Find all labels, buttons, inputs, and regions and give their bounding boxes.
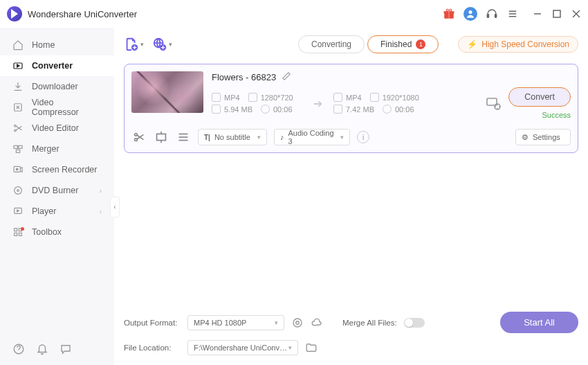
dropdown-value: MP4 HD 1080P <box>194 319 246 327</box>
sidebar-item-merger[interactable]: Merger <box>0 139 114 159</box>
chevron-down-icon: ▾ <box>340 134 344 141</box>
svg-rect-31 <box>15 233 17 235</box>
home-icon <box>12 39 24 51</box>
gift-icon[interactable] <box>443 8 455 20</box>
crop-icon[interactable] <box>154 130 169 145</box>
sidebar-item-editor[interactable]: Video Editor <box>0 118 114 139</box>
cloud-icon[interactable] <box>311 317 323 329</box>
sidebar-item-converter[interactable]: Converter <box>0 55 114 76</box>
sidebar-collapse-handle[interactable]: ‹ <box>110 197 120 217</box>
minimize-button[interactable] <box>533 9 542 19</box>
sidebar-item-compressor[interactable]: Video Compressor <box>0 97 114 118</box>
button-label: Settings <box>533 133 560 141</box>
app-title: Wondershare UniConverter <box>28 9 137 19</box>
dropdown-value: F:\Wondershare UniConverter <box>194 344 288 352</box>
gear-icon: ⚙ <box>522 133 529 142</box>
svg-point-3 <box>446 9 448 11</box>
tab-badge: 1 <box>416 39 425 49</box>
output-format-dropdown[interactable]: MP4 HD 1080P ▾ <box>187 315 284 330</box>
sidebar-item-label: Merger <box>32 144 59 154</box>
folder-open-icon[interactable] <box>305 341 318 354</box>
tab-label: Finished <box>380 39 412 49</box>
merger-icon <box>12 143 24 154</box>
svg-marker-16 <box>17 64 19 67</box>
svg-point-39 <box>135 134 138 136</box>
sidebar-item-label: Player <box>32 206 56 216</box>
app-logo <box>7 6 22 21</box>
sidebar-item-dvd[interactable]: DVD Burner › <box>0 180 114 201</box>
svg-rect-29 <box>15 229 17 231</box>
sidebar-item-label: Home <box>32 40 55 50</box>
chevron-right-icon: › <box>100 187 102 195</box>
svg-point-46 <box>296 321 300 324</box>
sidebar-item-downloader[interactable]: Downloader <box>0 76 114 97</box>
svg-rect-21 <box>19 145 22 148</box>
svg-point-25 <box>15 187 22 195</box>
headset-icon[interactable] <box>486 8 498 20</box>
user-avatar-icon[interactable] <box>463 7 477 21</box>
spec-value: 1280*720 <box>261 94 293 102</box>
dropdown-value: Audio Coding 3 <box>288 129 337 145</box>
svg-rect-41 <box>157 134 166 140</box>
sidebar-item-toolbox[interactable]: Toolbox <box>0 222 114 242</box>
svg-rect-12 <box>553 10 560 17</box>
video-thumbnail[interactable] <box>131 71 203 113</box>
size-icon <box>333 105 342 114</box>
close-button[interactable] <box>571 9 581 19</box>
spec-value: 7.42 MB <box>346 105 374 114</box>
svg-point-19 <box>15 130 17 132</box>
audio-dropdown[interactable]: ♪ Audio Coding 3 ▾ <box>274 129 350 145</box>
file-location-label: File Location: <box>124 344 181 352</box>
trim-icon[interactable] <box>131 130 147 145</box>
file-location-dropdown[interactable]: F:\Wondershare UniConverter ▾ <box>187 340 298 355</box>
help-icon[interactable] <box>12 343 25 355</box>
add-url-button[interactable]: ▾ <box>152 37 172 52</box>
tab-converting[interactable]: Converting <box>298 35 365 53</box>
svg-rect-22 <box>16 150 19 152</box>
spec-value: 00:06 <box>395 105 414 114</box>
feedback-icon[interactable] <box>59 343 72 355</box>
duration-icon <box>383 105 392 114</box>
duration-icon <box>261 105 270 114</box>
subtitle-dropdown[interactable]: T| No subtitle ▾ <box>198 129 267 145</box>
download-icon <box>12 81 24 92</box>
chevron-down-icon: ▾ <box>257 134 261 141</box>
arrow-right-icon: ➔ <box>307 97 328 110</box>
sidebar-item-home[interactable]: Home <box>0 35 114 55</box>
settings-button[interactable]: ⚙ Settings <box>515 129 571 145</box>
hardware-accel-icon[interactable] <box>291 317 304 329</box>
menu-icon[interactable] <box>506 8 519 20</box>
output-settings-icon[interactable] <box>485 95 502 112</box>
high-speed-conversion-button[interactable]: ⚡ High Speed Conversion <box>458 36 578 53</box>
svg-point-40 <box>135 139 138 141</box>
tab-finished[interactable]: Finished 1 <box>367 35 439 53</box>
sidebar: Home Converter Downloader Video Compress… <box>0 28 114 365</box>
size-icon <box>212 105 221 114</box>
scissors-icon <box>12 123 24 134</box>
convert-button[interactable]: Convert <box>508 87 571 107</box>
audio-icon: ♪ <box>280 133 284 141</box>
chevron-down-icon: ▾ <box>169 41 172 48</box>
chevron-down-icon: ▾ <box>275 319 278 326</box>
merge-toggle[interactable] <box>404 318 425 328</box>
format-icon <box>333 93 342 102</box>
converter-icon <box>12 60 24 71</box>
file-card: Flowers - 66823 MP4 1280*720 <box>124 64 578 153</box>
start-all-button[interactable]: Start All <box>500 312 578 333</box>
maximize-button[interactable] <box>552 9 562 19</box>
spec-value: 5.94 MB <box>224 105 252 114</box>
svg-point-26 <box>17 190 19 192</box>
edit-icon[interactable] <box>282 71 291 83</box>
bell-icon[interactable] <box>36 343 48 355</box>
notification-dot <box>21 227 24 231</box>
effects-icon[interactable] <box>176 130 191 145</box>
merge-label: Merge All Files: <box>342 319 397 327</box>
sidebar-item-recorder[interactable]: Screen Recorder <box>0 159 114 180</box>
svg-rect-2 <box>448 11 450 19</box>
output-format-label: Output Format: <box>124 319 181 327</box>
hsc-label: High Speed Conversion <box>481 39 569 49</box>
sidebar-item-player[interactable]: Player › <box>0 201 114 222</box>
add-file-button[interactable]: ▾ <box>124 37 144 52</box>
dvd-icon <box>12 185 24 196</box>
info-icon[interactable]: i <box>357 131 369 143</box>
